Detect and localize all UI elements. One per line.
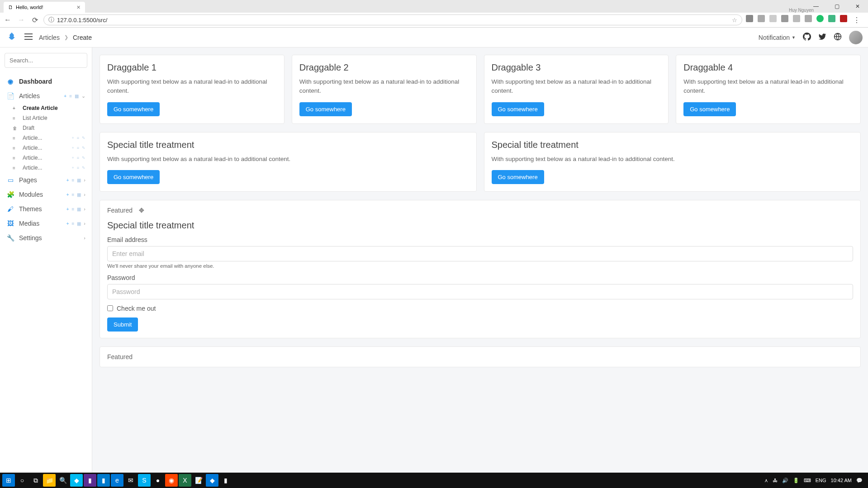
- caret-down-icon: ▼: [792, 35, 796, 40]
- go-somewhere-button[interactable]: Go somewhere: [492, 170, 544, 184]
- sidebar-item-medias[interactable]: 🖼 Medias +≡▦›: [5, 216, 87, 231]
- close-tab-icon[interactable]: ✕: [76, 5, 81, 10]
- email-field[interactable]: [107, 246, 853, 261]
- sidebar-label: Settings: [19, 234, 42, 242]
- ext-icon-pdf[interactable]: [840, 15, 847, 22]
- plus-icon[interactable]: +: [66, 192, 69, 197]
- forward-button[interactable]: →: [16, 15, 26, 25]
- sidebar-sub-article-4[interactable]: ≡ Article... +≡✎: [5, 163, 87, 173]
- card-draggable-2[interactable]: Draggable 2 With supporting text below a…: [292, 55, 477, 124]
- plus-icon[interactable]: +: [71, 146, 74, 150]
- browser-tab[interactable]: 🗋 Hello, world! ✕: [4, 2, 85, 13]
- breadcrumb-root[interactable]: Articles: [39, 34, 60, 41]
- card-title: Draggable 3: [492, 62, 661, 73]
- ext-icon-vue[interactable]: [828, 15, 835, 22]
- sidebar-sub-article-2[interactable]: ≡ Article... +≡✎: [5, 143, 87, 153]
- list-icon[interactable]: ≡: [71, 207, 74, 212]
- back-button[interactable]: ←: [3, 15, 13, 25]
- plus-icon[interactable]: +: [71, 136, 74, 140]
- sidebar-item-articles[interactable]: 📄 Articles + ≡ ▦ ⌄: [5, 89, 87, 103]
- list-icon[interactable]: ≡: [77, 146, 79, 150]
- ext-icon-6[interactable]: [805, 15, 812, 22]
- edit-icon[interactable]: ✎: [82, 136, 85, 140]
- windows-taskbar: ⊞ ○ ⧉ 📁 🔍 ◆ ▮ ▮ e ✉ S ● ◉ X 📝 ◆ ▮ ⋏ 🖧 🔊 …: [0, 473, 868, 473]
- minimize-button[interactable]: —: [806, 0, 826, 13]
- chevron-right-icon[interactable]: ›: [84, 206, 85, 212]
- go-somewhere-button[interactable]: Go somewhere: [299, 102, 352, 116]
- edit-icon[interactable]: ✎: [82, 166, 85, 170]
- sidebar-sub-article-1[interactable]: ≡ Article... +≡✎: [5, 133, 87, 143]
- doc-icon: ≡: [13, 166, 19, 171]
- card-text: With supporting text below as a natural …: [107, 155, 469, 164]
- sidebar-sub-create-article[interactable]: + Create Article: [5, 103, 87, 113]
- password-field[interactable]: [107, 284, 853, 299]
- card-draggable-4[interactable]: Draggable 4 With supporting text below a…: [676, 55, 861, 124]
- submit-button[interactable]: Submit: [107, 317, 138, 332]
- close-window-button[interactable]: ✕: [847, 0, 868, 13]
- edit-icon[interactable]: ✎: [82, 146, 85, 150]
- edit-icon[interactable]: ✎: [82, 156, 85, 160]
- ext-icon-grammarly[interactable]: [816, 15, 824, 22]
- sidebar-item-dashboard[interactable]: ◉ Dashboard: [5, 74, 87, 89]
- tab-bar: 🗋 Hello, world! ✕ Huy Nguyen — ▢ ✕: [0, 0, 868, 13]
- sidebar-sub-draft[interactable]: 🗑 Draft: [5, 123, 87, 133]
- plus-icon[interactable]: +: [64, 94, 66, 99]
- globe-icon[interactable]: [834, 33, 842, 43]
- plus-icon[interactable]: +: [71, 166, 74, 170]
- list-icon[interactable]: ≡: [77, 166, 79, 170]
- card-draggable-1[interactable]: Draggable 1 With supporting text below a…: [100, 55, 285, 124]
- check-me-out-checkbox[interactable]: [107, 305, 113, 311]
- ext-icon-1[interactable]: [746, 15, 753, 22]
- chevron-right-icon[interactable]: ›: [84, 235, 85, 241]
- grid-icon[interactable]: ▦: [75, 94, 79, 99]
- grid-icon[interactable]: ▦: [77, 221, 81, 226]
- list-icon[interactable]: ≡: [71, 221, 74, 226]
- sidebar-item-modules[interactable]: 🧩 Modules +≡▦›: [5, 187, 87, 202]
- sidebar-sub-list-article[interactable]: ≡ List Article: [5, 113, 87, 123]
- ext-icon-4[interactable]: [781, 15, 788, 22]
- list-icon[interactable]: ≡: [71, 178, 74, 183]
- sidebar-item-themes[interactable]: 🖌 Themes +≡▦›: [5, 202, 87, 216]
- go-somewhere-button[interactable]: Go somewhere: [683, 102, 736, 116]
- github-icon[interactable]: [803, 33, 811, 43]
- move-icon[interactable]: ✥: [139, 207, 144, 214]
- card-text: With supporting text below as a natural …: [299, 77, 469, 96]
- reload-button[interactable]: ⟳: [30, 15, 40, 25]
- plus-icon[interactable]: +: [71, 156, 74, 160]
- grid-icon[interactable]: ▦: [77, 207, 81, 212]
- sidebar-item-settings[interactable]: 🔧 Settings ›: [5, 231, 87, 245]
- maximize-button[interactable]: ▢: [826, 0, 847, 13]
- chevron-right-icon[interactable]: ›: [84, 177, 85, 183]
- hamburger-icon[interactable]: [24, 33, 33, 42]
- search-input[interactable]: [5, 53, 87, 68]
- plus-icon: +: [13, 106, 19, 111]
- ext-icon-3[interactable]: [769, 15, 777, 22]
- list-icon[interactable]: ≡: [71, 192, 74, 197]
- chevron-right-icon[interactable]: ›: [84, 221, 85, 226]
- sidebar-label: Modules: [19, 191, 43, 198]
- star-icon[interactable]: ☆: [732, 17, 737, 24]
- avatar[interactable]: [849, 31, 863, 44]
- url-input[interactable]: ⓘ 127.0.0.1:5500/src/ ☆: [43, 14, 742, 25]
- twitter-icon[interactable]: [818, 33, 826, 43]
- go-somewhere-button[interactable]: Go somewhere: [107, 102, 160, 116]
- card-draggable-3[interactable]: Draggable 3 With supporting text below a…: [484, 55, 669, 124]
- chevron-right-icon[interactable]: ›: [84, 192, 85, 197]
- list-icon[interactable]: ≡: [69, 94, 72, 99]
- notification-dropdown[interactable]: Notification ▼: [759, 34, 796, 41]
- go-somewhere-button[interactable]: Go somewhere: [107, 170, 160, 184]
- list-icon[interactable]: ≡: [77, 156, 79, 160]
- sidebar-item-pages[interactable]: ▭ Pages +≡▦›: [5, 173, 87, 187]
- plus-icon[interactable]: +: [66, 221, 69, 226]
- ext-icon-5[interactable]: [793, 15, 800, 22]
- plus-icon[interactable]: +: [66, 207, 69, 212]
- sidebar-sub-article-3[interactable]: ≡ Article... +≡✎: [5, 153, 87, 163]
- chevron-down-icon[interactable]: ⌄: [81, 93, 85, 99]
- plus-icon[interactable]: +: [66, 178, 69, 183]
- grid-icon[interactable]: ▦: [77, 192, 81, 197]
- grid-icon[interactable]: ▦: [77, 178, 81, 183]
- ext-icon-2[interactable]: [758, 15, 765, 22]
- go-somewhere-button[interactable]: Go somewhere: [492, 102, 544, 116]
- list-icon[interactable]: ≡: [77, 136, 79, 140]
- menu-icon[interactable]: ⋮: [852, 15, 862, 25]
